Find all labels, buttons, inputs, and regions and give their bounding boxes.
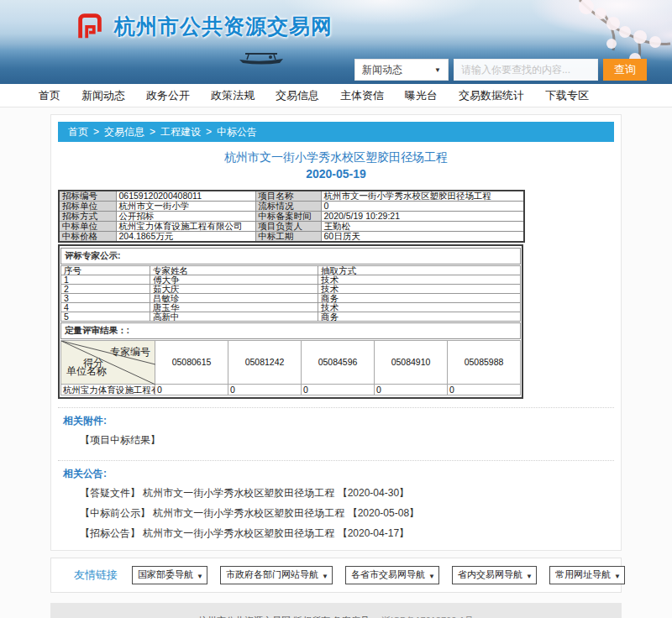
score-value: 0 xyxy=(375,384,448,395)
expert-no: 1 xyxy=(61,275,150,284)
announcement-link[interactable]: 【中标前公示】 杭州市文一街小学秀水校区塑胶田径场工程 【2020-05-08】 xyxy=(63,503,609,523)
expert-id: 05080615 xyxy=(155,340,228,384)
info-label: 中标备案时间 xyxy=(255,211,321,221)
expert-name: 傅大争 xyxy=(150,275,318,284)
experts-section-title: 评标专家公示: xyxy=(60,248,521,264)
nav-item-downloads[interactable]: 下载专区 xyxy=(545,88,589,103)
expert-no: 3 xyxy=(61,293,150,302)
announcements-title: 相关公告: xyxy=(63,467,609,481)
score-value: 0 xyxy=(448,384,521,395)
article-date: 2020-05-19 xyxy=(58,165,614,182)
friend-select-label: 各省市交易网导航 xyxy=(351,568,425,581)
expert-id: 05084910 xyxy=(375,340,448,384)
announcement-link[interactable]: 【答疑文件】 杭州市文一街小学秀水校区塑胶田径场工程 【2020-04-30】 xyxy=(63,483,609,503)
breadcrumb-win-announcement[interactable]: 中标公告 xyxy=(217,122,257,142)
friend-links-bar: 友情链接 国家部委导航 ▼ 市政府各部门网站导航 ▼ 各省市交易网导航 ▼ 省内… xyxy=(50,558,622,593)
experts-table: 序号 专家姓名 抽取方式 1 傅大争 技术 2 茹大庆 技术 3 吕敏珍 xyxy=(60,265,521,322)
friend-select-label: 市政府各部门网站导航 xyxy=(226,568,318,581)
info-value: 杭州宝力体育设施工程有限公司 xyxy=(116,221,255,231)
expert-no: 2 xyxy=(61,284,150,293)
nav-item-news[interactable]: 新闻动态 xyxy=(81,88,125,103)
expert-name: 吕敏珍 xyxy=(150,293,318,302)
breadcrumb-separator: > xyxy=(206,122,212,142)
caret-down-icon: ▼ xyxy=(526,573,533,580)
search-category-select[interactable]: 新闻动态 ▼ xyxy=(354,59,449,81)
nav-item-home[interactable]: 首页 xyxy=(39,88,60,103)
nav-item-gov-affairs[interactable]: 政务公开 xyxy=(146,88,190,103)
nav-item-trade-info[interactable]: 交易信息 xyxy=(276,88,319,103)
footer-copyright-text: 杭州市公共资源交易网 版权所有 备案序号： xyxy=(198,615,379,618)
expert-id: 05081242 xyxy=(228,340,302,384)
table-row: 中标价格 204.1865万元 中标工期 60日历天 xyxy=(59,231,524,242)
friend-links-select-in-province[interactable]: 省内交易网导航 ▼ xyxy=(452,566,537,584)
table-row: 杭州宝力体育设施工程有限公司 0 0 0 0 0 xyxy=(61,384,521,395)
corner-label-unit-name: 单位名称 xyxy=(66,364,107,379)
breadcrumb-home[interactable]: 首页 xyxy=(68,122,88,142)
search-input[interactable] xyxy=(454,59,598,81)
nav-item-exposure[interactable]: 曝光台 xyxy=(405,88,438,103)
info-value: 60日历天 xyxy=(321,231,524,242)
footer-icp-number[interactable]: 浙ICP备17018762-1号 xyxy=(381,615,474,618)
info-label: 中标价格 xyxy=(59,231,116,242)
friend-select-label: 省内交易网导航 xyxy=(458,568,522,581)
announcement-link[interactable]: 【招标公告】 杭州市文一街小学秀水校区塑胶田径场工程 【2020-04-17】 xyxy=(63,523,609,543)
score-section-title: 定量评审结果：: xyxy=(60,322,521,339)
table-row: 中标单位 杭州宝力体育设施工程有限公司 项目负责人 王勤松 xyxy=(59,221,524,231)
footer-copyright: 杭州市公共资源交易网 版权所有 备案序号： 浙ICP备17018762-1号 xyxy=(50,615,622,618)
expert-method: 商务 xyxy=(318,293,521,302)
friend-links-select-provincial-trade[interactable]: 各省市交易网导航 ▼ xyxy=(345,566,439,584)
col-header: 序号 xyxy=(61,265,150,275)
table-row: 招标编号 06159120200408011 项目名称 杭州市文一街小学秀水校区… xyxy=(59,191,524,202)
friend-links-select-city-gov[interactable]: 市政府各部门网站导航 ▼ xyxy=(220,566,333,584)
expert-no: 5 xyxy=(61,312,150,321)
friend-links-select-national[interactable]: 国家部委导航 ▼ xyxy=(132,566,207,584)
attachments-section: 相关附件: 【项目中标结果】 xyxy=(58,407,614,452)
info-label: 招标编号 xyxy=(59,191,116,202)
table-header-row: 专家编号 得分 单位名称 05080615 05081242 05084596 … xyxy=(61,340,521,384)
info-value: 2020/5/19 10:29:21 xyxy=(321,211,524,221)
table-row: 招标单位 杭州市文一街小学 流标情况 0 xyxy=(59,201,524,211)
breadcrumb: 首页 > 交易信息 > 工程建设 > 中标公告 xyxy=(58,122,614,142)
article-header: 杭州市文一街小学秀水校区塑胶田径场工程 2020-05-19 xyxy=(58,149,614,183)
table-row: 招标方式 公开招标 中标备案时间 2020/5/19 10:29:21 xyxy=(59,211,524,221)
expert-no: 4 xyxy=(61,302,150,312)
info-label: 流标情况 xyxy=(255,201,321,211)
announcements-section: 相关公告: 【答疑文件】 杭州市文一街小学秀水校区塑胶田径场工程 【2020-0… xyxy=(58,460,614,545)
score-table: 专家编号 得分 单位名称 05080615 05081242 05084596 … xyxy=(60,340,521,395)
breadcrumb-separator: > xyxy=(150,122,155,142)
search-bar: 新闻动态 ▼ 查询 xyxy=(354,59,647,81)
attachment-link[interactable]: 【项目中标结果】 xyxy=(63,430,609,450)
nav-item-policies[interactable]: 政策法规 xyxy=(211,88,255,103)
table-row: 4 唐玉华 技术 xyxy=(61,302,521,312)
page-title: 杭州市文一街小学秀水校区塑胶田径场工程 xyxy=(58,149,614,165)
breadcrumb-construction[interactable]: 工程建设 xyxy=(160,122,201,142)
site-logo-icon xyxy=(74,10,106,42)
site-title: 杭州市公共资源交易网 xyxy=(114,13,333,40)
site-header: 杭州市公共资源交易网 新闻动态 ▼ 查询 xyxy=(0,0,672,84)
expert-name: 唐玉华 xyxy=(150,302,318,312)
info-label: 招标方式 xyxy=(59,211,116,221)
caret-down-icon: ▼ xyxy=(322,573,328,580)
table-row: 1 傅大争 技术 xyxy=(61,275,521,284)
main-content: 首页 > 交易信息 > 工程建设 > 中标公告 杭州市文一街小学秀水校区塑胶田径… xyxy=(50,114,622,551)
nav-item-statistics[interactable]: 交易数据统计 xyxy=(459,88,524,103)
expert-method: 商务 xyxy=(318,312,521,321)
search-button[interactable]: 查询 xyxy=(603,59,647,81)
breadcrumb-trade-info[interactable]: 交易信息 xyxy=(104,122,144,142)
info-label: 招标单位 xyxy=(59,201,116,211)
info-value: 06159120200408011 xyxy=(116,191,255,202)
friend-select-label: 国家部委导航 xyxy=(138,568,193,581)
table-row: 2 茹大庆 技术 xyxy=(61,284,521,293)
expert-method: 技术 xyxy=(318,275,521,284)
col-header: 专家姓名 xyxy=(150,265,318,275)
bidder-name: 杭州宝力体育设施工程有限公司 xyxy=(61,384,155,395)
boat-photo-element xyxy=(238,50,285,65)
nav-item-credit[interactable]: 主体资信 xyxy=(340,88,384,103)
expert-id: 05085988 xyxy=(448,340,521,384)
corner-label-expert-id: 专家编号 xyxy=(110,345,150,359)
info-value: 公开招标 xyxy=(116,211,255,221)
caret-down-icon: ▼ xyxy=(434,66,441,74)
expert-name: 高新中 xyxy=(150,312,318,321)
info-label: 项目负责人 xyxy=(255,221,321,231)
friend-links-select-common-sites[interactable]: 常用网址导航 ▼ xyxy=(549,566,625,584)
